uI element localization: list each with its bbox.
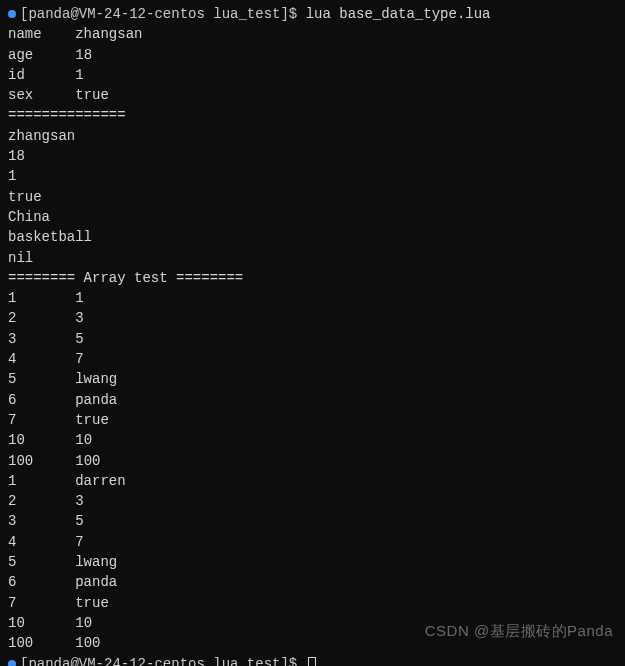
- idx: 6: [8, 392, 16, 408]
- idx: 6: [8, 574, 16, 590]
- array-row: 2 3: [8, 491, 617, 511]
- output-row: age 18: [8, 45, 617, 65]
- idx: 4: [8, 351, 16, 367]
- array-row: 3 5: [8, 329, 617, 349]
- command-text: lua base_data_type.lua: [306, 6, 491, 22]
- separator-array: ======== Array test ========: [8, 268, 617, 288]
- val: lwang: [75, 554, 117, 570]
- idx: 7: [8, 412, 16, 428]
- watermark-text: CSDN @基层搬砖的Panda: [425, 620, 613, 642]
- separator: ==============: [8, 105, 617, 125]
- output-row: name zhangsan: [8, 24, 617, 44]
- array-row: 6 panda: [8, 572, 617, 592]
- val: 3: [75, 493, 83, 509]
- val: 7: [75, 351, 83, 367]
- output-value: China: [8, 207, 617, 227]
- val: 10: [75, 432, 92, 448]
- val: 10: [75, 615, 92, 631]
- output-value: 1: [8, 166, 617, 186]
- array-row: 6 panda: [8, 390, 617, 410]
- val: 1: [75, 290, 83, 306]
- val: true: [75, 595, 109, 611]
- val: 7: [75, 534, 83, 550]
- val: panda: [75, 392, 117, 408]
- value: 1: [75, 67, 83, 83]
- key: id: [8, 67, 25, 83]
- idx: 5: [8, 371, 16, 387]
- val: 3: [75, 310, 83, 326]
- val: 100: [75, 635, 100, 651]
- cursor-icon: [308, 657, 316, 666]
- idx: 100: [8, 635, 33, 651]
- value: zhangsan: [75, 26, 142, 42]
- val: panda: [75, 574, 117, 590]
- modified-dot-icon: [8, 660, 16, 666]
- array-row: 4 7: [8, 349, 617, 369]
- array-row: 10 10: [8, 430, 617, 450]
- idx: 7: [8, 595, 16, 611]
- array-row: 4 7: [8, 532, 617, 552]
- val: 5: [75, 331, 83, 347]
- idx: 10: [8, 615, 25, 631]
- key: sex: [8, 87, 33, 103]
- array-row: 100 100: [8, 451, 617, 471]
- idx: 4: [8, 534, 16, 550]
- output-value: nil: [8, 248, 617, 268]
- modified-dot-icon: [8, 10, 16, 18]
- val: true: [75, 412, 109, 428]
- value: true: [75, 87, 109, 103]
- idx: 10: [8, 432, 25, 448]
- key: age: [8, 47, 33, 63]
- shell-prompt: [panda@VM-24-12-centos lua_test]$: [20, 6, 306, 22]
- array-row: 7 true: [8, 410, 617, 430]
- array-row: 7 true: [8, 593, 617, 613]
- output-value: 18: [8, 146, 617, 166]
- idx: 100: [8, 453, 33, 469]
- idx: 1: [8, 290, 16, 306]
- value: 18: [75, 47, 92, 63]
- val: 5: [75, 513, 83, 529]
- val: lwang: [75, 371, 117, 387]
- prompt-line-1[interactable]: [panda@VM-24-12-centos lua_test]$ lua ba…: [8, 4, 617, 24]
- array-row: 5 lwang: [8, 369, 617, 389]
- array-row: 1 darren: [8, 471, 617, 491]
- output-value: basketball: [8, 227, 617, 247]
- idx: 3: [8, 513, 16, 529]
- idx: 5: [8, 554, 16, 570]
- output-row: id 1: [8, 65, 617, 85]
- val: 100: [75, 453, 100, 469]
- array-row: 1 1: [8, 288, 617, 308]
- prompt-line-2[interactable]: [panda@VM-24-12-centos lua_test]$: [8, 654, 617, 667]
- output-value: zhangsan: [8, 126, 617, 146]
- output-row: sex true: [8, 85, 617, 105]
- array-row: 2 3: [8, 308, 617, 328]
- output-value: true: [8, 187, 617, 207]
- array-row: 3 5: [8, 511, 617, 531]
- shell-prompt: [panda@VM-24-12-centos lua_test]$: [20, 656, 306, 667]
- idx: 2: [8, 493, 16, 509]
- idx: 3: [8, 331, 16, 347]
- val: darren: [75, 473, 125, 489]
- idx: 1: [8, 473, 16, 489]
- idx: 2: [8, 310, 16, 326]
- key: name: [8, 26, 42, 42]
- array-row: 5 lwang: [8, 552, 617, 572]
